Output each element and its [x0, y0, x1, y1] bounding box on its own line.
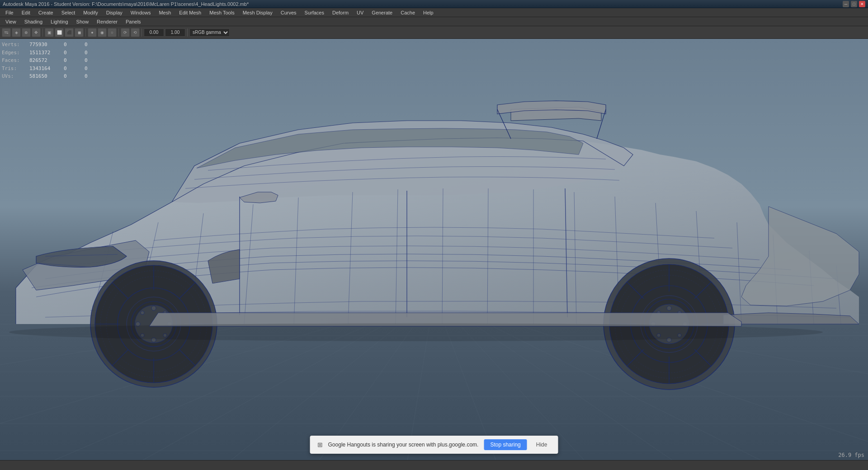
menu-lighting[interactable]: Lighting	[47, 18, 72, 25]
stop-sharing-button[interactable]: Stop sharing	[484, 439, 527, 450]
stat-val2-tris: 0	[64, 65, 77, 73]
menu-surfaces[interactable]: Surfaces	[301, 9, 328, 16]
stat-row-tris: Tris: 1343164 0 0	[2, 65, 98, 73]
hide-button[interactable]: Hide	[533, 439, 551, 450]
menu-file[interactable]: File	[2, 9, 17, 16]
menu-windows[interactable]: Windows	[127, 9, 155, 16]
toolbar-btn-6[interactable]: ⬜	[55, 28, 64, 37]
title-bar: Autodesk Maya 2016 - Student Version: F:…	[0, 0, 868, 8]
menu-generate[interactable]: Generate	[368, 9, 396, 16]
menu-view[interactable]: View	[2, 18, 20, 25]
toolbar-btn-1[interactable]: ⭾	[2, 28, 11, 37]
close-button[interactable]: ✕	[859, 1, 865, 7]
toolbar-sep-5	[187, 28, 188, 37]
menu-mesh[interactable]: Mesh	[155, 9, 175, 16]
menu-bar-2: View Shading Lighting Show Renderer Pane…	[0, 17, 868, 26]
menu-mesh-tools[interactable]: Mesh Tools	[206, 9, 238, 16]
toolbar-sep-3	[118, 28, 119, 37]
toolbar-btn-12[interactable]: ⟳	[121, 28, 130, 37]
menu-edit[interactable]: Edit	[18, 9, 34, 16]
car-wireframe	[0, 39, 868, 460]
stat-label-verts: Verts:	[2, 41, 22, 49]
menu-display[interactable]: Display	[103, 9, 126, 16]
toolbar-btn-13[interactable]: ⟲	[131, 28, 140, 37]
toolbar-btn-11[interactable]: ○	[108, 28, 117, 37]
hangouts-message: Google Hangouts is sharing your screen w…	[328, 442, 479, 448]
stat-val2-uvs: 0	[64, 72, 77, 80]
stat-val-faces: 826572	[29, 56, 57, 65]
toolbar-btn-3[interactable]: ⊕	[22, 28, 31, 37]
stat-label-edges: Edges:	[2, 49, 22, 57]
toolbar-sep-1	[42, 28, 43, 37]
toolbar-btn-10[interactable]: ◉	[98, 28, 107, 37]
menu-bar-1: File Edit Create Select Modify Display W…	[0, 8, 868, 17]
stat-row-edges: Edges: 1511372 0 0	[2, 49, 98, 57]
stat-val-uvs: 581650	[29, 72, 57, 80]
menu-curves[interactable]: Curves	[277, 9, 300, 16]
menu-show[interactable]: Show	[73, 18, 93, 25]
svg-point-80	[667, 306, 671, 310]
minimize-button[interactable]: ─	[843, 1, 849, 7]
stat-val2-verts: 0	[64, 41, 77, 49]
window-controls: ─ □ ✕	[843, 1, 865, 7]
toolbar-sep-2	[85, 28, 86, 37]
menu-cache[interactable]: Cache	[397, 9, 419, 16]
stat-val-verts: 775930	[29, 41, 57, 49]
svg-point-55	[151, 306, 156, 310]
viewport[interactable]: Verts: 775930 0 0 Edges: 1511372 0 0 Fac…	[0, 39, 868, 460]
menu-modify[interactable]: Modify	[80, 9, 101, 16]
menu-deform[interactable]: Deform	[329, 9, 352, 16]
window-title: Autodesk Maya 2016 - Student Version: F:…	[3, 1, 249, 7]
fps-display: 26.9 fps	[838, 452, 864, 458]
stat-val2-faces: 0	[64, 56, 77, 65]
stat-val3-tris: 0	[85, 65, 98, 73]
toolbar-btn-7[interactable]: ⬛	[65, 28, 74, 37]
stat-label-uvs: UVs:	[2, 72, 22, 80]
toolbar-btn-8[interactable]: ◼	[75, 28, 84, 37]
stat-val-edges: 1511372	[29, 49, 57, 57]
svg-point-59	[141, 311, 144, 315]
stats-overlay: Verts: 775930 0 0 Edges: 1511372 0 0 Fac…	[2, 41, 98, 80]
toolbar: ⭾ ◈ ⊕ ✥ ▣ ⬜ ⬛ ◼ ● ◉ ○ ⟳ ⟲ sRGB gamma	[0, 26, 868, 39]
stat-row-uvs: UVs: 581650 0 0	[2, 72, 98, 80]
toolbar-btn-5[interactable]: ▣	[45, 28, 54, 37]
hangouts-notification-bar: ⊞ Google Hangouts is sharing your screen…	[310, 436, 558, 454]
stat-val-tris: 1343164	[29, 65, 57, 73]
fps-value: 26.9 fps	[838, 452, 864, 458]
menu-uv[interactable]: UV	[353, 9, 367, 16]
color-profile-select[interactable]: sRGB gamma	[189, 28, 230, 37]
svg-point-92	[9, 323, 823, 341]
menu-panels[interactable]: Panels	[122, 18, 145, 25]
toolbar-value2[interactable]	[165, 28, 185, 37]
toolbar-value1[interactable]	[144, 28, 164, 37]
stat-val3-edges: 0	[85, 49, 98, 57]
hangouts-screen-icon: ⊞	[317, 441, 323, 448]
status-bar	[0, 460, 868, 470]
toolbar-btn-9[interactable]: ●	[88, 28, 97, 37]
stat-row-verts: Verts: 775930 0 0	[2, 41, 98, 49]
menu-help[interactable]: Help	[420, 9, 437, 16]
menu-select[interactable]: Select	[58, 9, 79, 16]
menu-shading[interactable]: Shading	[21, 18, 46, 25]
toolbar-btn-4[interactable]: ✥	[32, 28, 41, 37]
stat-label-tris: Tris:	[2, 65, 22, 73]
stat-val2-edges: 0	[64, 49, 77, 57]
main-area: Verts: 775930 0 0 Edges: 1511372 0 0 Fac…	[0, 39, 868, 460]
toolbar-sep-4	[142, 28, 142, 37]
stat-label-faces: Faces:	[2, 56, 22, 65]
menu-mesh-display[interactable]: Mesh Display	[239, 9, 276, 16]
menu-create[interactable]: Create	[35, 9, 57, 16]
stat-val3-verts: 0	[85, 41, 98, 49]
stat-val3-uvs: 0	[85, 72, 98, 80]
menu-edit-mesh[interactable]: Edit Mesh	[175, 9, 205, 16]
menu-renderer[interactable]: Renderer	[93, 18, 121, 25]
maximize-button[interactable]: □	[851, 1, 857, 7]
toolbar-btn-2[interactable]: ◈	[12, 28, 21, 37]
stat-val3-faces: 0	[85, 56, 98, 65]
stat-row-faces: Faces: 826572 0 0	[2, 56, 98, 65]
